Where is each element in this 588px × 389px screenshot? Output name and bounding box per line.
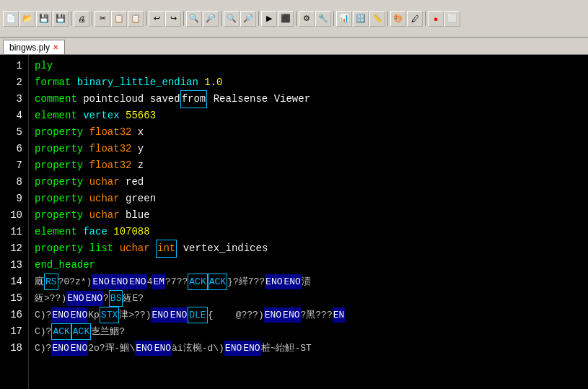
line-num-7: 7	[3, 157, 22, 174]
zoom-out-button[interactable]: 🔎	[240, 11, 256, 27]
color-button[interactable]: 🎨	[390, 11, 406, 27]
hl-eno2: ENO	[110, 274, 128, 289]
line-num-1: 1	[3, 58, 22, 74]
print-button[interactable]: 🖨	[74, 11, 89, 27]
cut-button[interactable]: ✂	[95, 11, 110, 27]
hl-ack2: ACK	[208, 274, 227, 290]
run-button[interactable]: ▶	[261, 11, 277, 27]
hl-eno7: ENO	[85, 291, 103, 306]
space	[83, 124, 89, 141]
toolbar: 📄 📂 💾 💾 🖨 ✂ 📋 📋 ↩ ↪ 🔍 🔎 🔍 🔎 ▶ ⬛ ⚙ 🔧 📊 🔠 …	[0, 0, 588, 38]
space	[83, 191, 89, 207]
code-line-8: property uchar red	[35, 174, 582, 191]
line-num-3: 3	[3, 91, 22, 108]
kw-element2: element	[35, 224, 77, 240]
line-num-15: 15	[3, 290, 22, 307]
space	[83, 207, 89, 224]
line-num-16: 16	[3, 307, 22, 323]
line-numbers: 1 2 3 4 5 6 7 8 9 10 11 12 13 14 15 16 1…	[0, 55, 29, 389]
code-line-16: C)?ENOENOKpSTX津>??)ENOENODLE{ @???)ENOEN…	[35, 307, 582, 323]
kw-property4: property	[35, 174, 83, 191]
whitespace-button[interactable]: ⬜	[444, 11, 460, 27]
find-button[interactable]: 🔍	[186, 11, 202, 27]
type-float32-3: float32	[89, 157, 132, 174]
garbage-16d: { @???)	[208, 307, 264, 323]
space	[71, 74, 76, 91]
hl-ack1: ACK	[188, 274, 207, 290]
space	[83, 240, 89, 257]
record-button[interactable]: ●	[428, 11, 444, 27]
kw-property5: property	[35, 191, 83, 207]
hl-eno1: ENO	[92, 274, 110, 289]
val-y: y	[138, 141, 144, 157]
code-line-10: property uchar blue	[35, 207, 582, 224]
code-line-12: property list uchar int vertex_indices	[35, 240, 582, 257]
kw-property2: property	[35, 141, 83, 157]
kw-end-header: end_header	[35, 257, 95, 274]
stop-button[interactable]: ⬛	[278, 11, 294, 27]
type-int: int	[156, 240, 177, 258]
type-uchar2: uchar	[89, 191, 120, 207]
line-num-11: 11	[3, 224, 22, 240]
garbage-16b: Kp	[88, 307, 100, 323]
pen-button[interactable]: 🖊	[407, 11, 423, 27]
separator2	[92, 12, 92, 26]
garbage-14f: 渍	[302, 274, 311, 289]
zoom-in-button[interactable]: 🔍	[224, 11, 240, 27]
hl-dle: DLE	[188, 307, 207, 323]
new-button[interactable]: 📄	[3, 11, 19, 27]
open-button[interactable]: 📂	[19, 11, 35, 27]
save-button[interactable]: 💾	[36, 11, 52, 27]
garbage-15a: 絚>??)	[35, 291, 66, 306]
kw-list: list	[89, 240, 114, 257]
line-num-13: 13	[3, 257, 22, 274]
paste-button[interactable]: 📋	[128, 11, 144, 27]
space	[131, 141, 137, 157]
redo-button[interactable]: ↪	[165, 11, 181, 27]
code-content[interactable]: ply format binary_little_endian 1.0 comm…	[29, 55, 588, 389]
undo-button[interactable]: ↩	[149, 11, 164, 27]
hl-eno14: EN	[333, 307, 346, 323]
format-button[interactable]: 🔠	[353, 11, 369, 27]
editor-area[interactable]: 1 2 3 4 5 6 7 8 9 10 11 12 13 14 15 16 1…	[0, 55, 588, 389]
replace-button[interactable]: 🔎	[203, 11, 219, 27]
ruler-button[interactable]: 📏	[369, 11, 385, 27]
kw-element1: element	[35, 108, 77, 124]
type-uchar1: uchar	[89, 174, 120, 191]
space	[120, 174, 126, 191]
type-uchar3: uchar	[89, 207, 120, 224]
val-blue: blue	[126, 207, 150, 224]
hl-rs: RS	[44, 274, 58, 290]
separator3	[146, 12, 146, 26]
line-num-10: 10	[3, 207, 22, 224]
val-z: z	[138, 157, 144, 174]
hl-eno20: ENO	[242, 341, 260, 356]
kw-property7: property	[35, 240, 83, 257]
space	[198, 74, 204, 91]
garbage-15c: 絚E?	[123, 291, 144, 306]
line-num-4: 4	[3, 108, 22, 124]
type-float32-2: float32	[89, 141, 132, 157]
hl-eno4: ENO	[265, 274, 283, 289]
garbage-18a: C)?	[35, 341, 51, 356]
hl-eno17: ENO	[135, 341, 153, 356]
garbage-16a: C)?	[35, 307, 51, 323]
copy-button[interactable]: 📋	[111, 11, 127, 27]
hl-eno10: ENO	[151, 307, 169, 323]
hl-eno8: ENO	[51, 307, 69, 323]
save-all-button[interactable]: 💾	[53, 11, 69, 27]
garbage-18b: 2o?珲-鯝\	[88, 341, 135, 356]
options-button[interactable]: 🔧	[315, 11, 331, 27]
tab-close-icon[interactable]: ✕	[53, 43, 58, 51]
kw-property3: property	[35, 157, 83, 174]
tab-bingws-ply[interactable]: bingws.ply ✕	[3, 40, 65, 54]
settings-button[interactable]: ⚙	[299, 11, 315, 27]
garbage-16e: ?黑???	[301, 307, 333, 323]
keyword-ply: ply	[35, 58, 53, 74]
space	[83, 174, 89, 191]
tab-label: bingws.ply	[9, 43, 50, 53]
toolbar-row1: 📄 📂 💾 💾 🖨 ✂ 📋 📋 ↩ ↪ 🔍 🔎 🔍 🔎 ▶ ⬛ ⚙ 🔧 📊 🔠 …	[3, 9, 460, 28]
hl-eno18: ENO	[154, 341, 172, 356]
table-button[interactable]: 📊	[336, 11, 352, 27]
kw-property6: property	[35, 207, 83, 224]
